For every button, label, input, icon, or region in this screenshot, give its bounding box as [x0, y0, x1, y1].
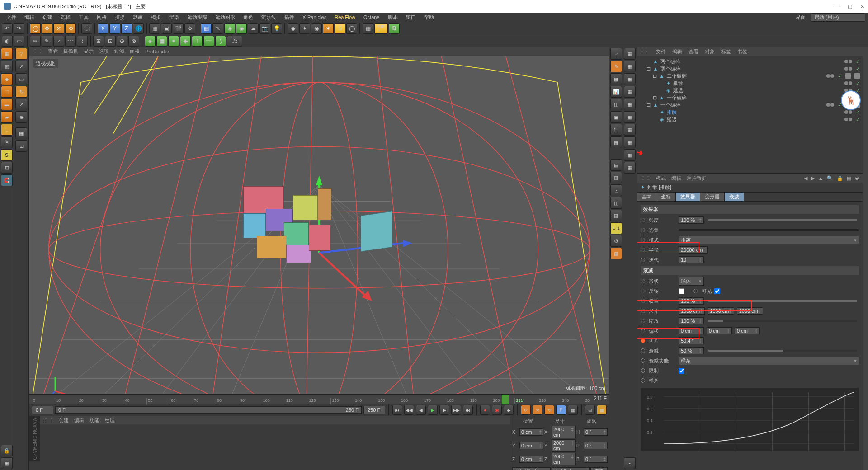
mo-tracer[interactable]: 〰	[203, 36, 214, 47]
chk-visible[interactable]	[714, 288, 720, 294]
vp-menu-prorender[interactable]: ProRender	[145, 49, 169, 54]
coord-sys[interactable]: 🌐	[133, 23, 144, 34]
rt-9[interactable]: ▤	[610, 159, 622, 171]
redo-button[interactable]: ↷	[14, 23, 24, 34]
tab-deformer[interactable]: 变形器	[700, 193, 725, 201]
environment[interactable]: ☁	[248, 23, 259, 34]
enable-check-icon[interactable]: ✓	[856, 59, 860, 65]
attr-new-icon[interactable]: ⊕	[855, 175, 859, 181]
attr-nav-back[interactable]: ◀	[804, 175, 807, 181]
rt2-4[interactable]: ▦	[624, 86, 636, 98]
right-edge-bar[interactable]	[863, 47, 868, 470]
tab-falloff[interactable]: 衰减	[725, 193, 744, 201]
coord-b-rot[interactable]: 0 °‡	[584, 456, 608, 463]
menu-tools[interactable]: 工具	[75, 13, 92, 22]
object-tree[interactable]: ↘ ▲两个破碎✓⊟▲两个破碎✓⊟▲二个破碎✓✦推散✓◈延迟✓⊞▲一个破碎✓⊟▲一…	[637, 56, 863, 174]
visibility-dots[interactable]	[844, 81, 852, 85]
menu-select[interactable]: 选择	[57, 13, 74, 22]
attr-menu-icon[interactable]: ▤	[847, 175, 851, 181]
slider-strength[interactable]	[708, 219, 857, 221]
sel-filter[interactable]: ▦	[1, 457, 13, 469]
visibility-dots[interactable]	[826, 74, 834, 78]
tree-row[interactable]: ⊟▲二个破碎✓	[640, 72, 860, 80]
mat-menu-func[interactable]: 功能	[90, 417, 99, 424]
field-weight[interactable]: 100 %‡	[679, 297, 704, 305]
om-menu-bm[interactable]: 书签	[737, 48, 747, 55]
field-offset-x[interactable]: 0 cm‡	[679, 327, 704, 334]
menu-sim[interactable]: 模拟	[147, 13, 165, 22]
layout-dropdown[interactable]: 启动 (用户)	[811, 13, 865, 22]
menu-script[interactable]: 脚本	[384, 13, 401, 22]
coord-y-pos[interactable]: 0 cm‡	[519, 442, 543, 449]
undo-button[interactable]: ↶	[2, 23, 13, 34]
xp-btn3[interactable]: ◉	[311, 23, 322, 34]
snap1[interactable]: ⊞	[93, 36, 104, 47]
axis-z[interactable]: Z	[121, 23, 132, 34]
field-falloff[interactable]: 50 %‡	[679, 347, 704, 354]
rt2-3[interactable]: ▦	[624, 73, 636, 85]
dd-shape[interactable]: 球体	[679, 277, 704, 286]
enable-check-icon[interactable]: ✓	[856, 109, 860, 115]
mode-model[interactable]: ▦	[1, 48, 13, 60]
coord-z-size[interactable]: 2000 cm‡	[552, 453, 576, 465]
tl-end-field[interactable]: 250 F	[363, 406, 385, 414]
tl-opts1[interactable]: ⊞	[585, 405, 595, 415]
tl-opts2[interactable]: ▦	[597, 405, 607, 415]
rt2-8[interactable]: ▦	[624, 136, 636, 148]
brush3[interactable]: ⟋	[53, 36, 64, 47]
prim-cube[interactable]: ▦	[201, 23, 212, 34]
mo-spline[interactable]: ⟆	[215, 36, 226, 47]
field-size-y[interactable]: 1000 cm‡	[708, 307, 734, 315]
render-pv[interactable]: 🎬	[173, 23, 184, 34]
tree-row[interactable]: ▲两个破碎✓	[640, 58, 860, 65]
hint-2[interactable]: ↗	[15, 61, 27, 72]
tree-row[interactable]: ⊞▲一个破碎✓	[640, 94, 860, 101]
tl-prev-key[interactable]: ◀◀	[404, 405, 414, 415]
slider-falloff[interactable]	[708, 350, 857, 352]
tree-row[interactable]: ◈延迟✓	[640, 116, 860, 123]
coord-x-pos[interactable]: 0 cm‡	[519, 428, 543, 436]
vp-menu-filter[interactable]: 过滤	[114, 48, 124, 55]
tree-expander[interactable]: ⊟	[646, 66, 651, 72]
menu-track[interactable]: 运动跟踪	[184, 13, 211, 22]
mat-menu-tex[interactable]: 纹理	[105, 417, 115, 424]
tl-play[interactable]: ▶	[428, 405, 438, 415]
field-scale[interactable]: 100 %‡	[679, 317, 704, 324]
tab-effector[interactable]: 效果器	[676, 193, 700, 201]
coord-mode-dd[interactable]: 对象 (相对)	[512, 467, 551, 470]
xp-btn1[interactable]: ◆	[288, 23, 298, 34]
render-view[interactable]: ▦	[149, 23, 160, 34]
tl-pos[interactable]: ✥	[521, 405, 531, 415]
rt-12[interactable]: ◫	[610, 197, 622, 209]
hint-6[interactable]: ⊕	[15, 111, 27, 123]
hint-1[interactable]: ?	[15, 48, 27, 60]
scale-tool[interactable]: ⤧	[53, 23, 64, 34]
rt2-5[interactable]: ▦	[624, 99, 636, 110]
field-radius[interactable]: 20000 cm‡	[679, 246, 708, 254]
rt-edit[interactable]: ✎	[610, 61, 622, 72]
mode-poly[interactable]: ▰	[1, 111, 13, 123]
rt-8[interactable]: ▦	[610, 136, 622, 148]
tl-keyframe[interactable]: ◆	[504, 405, 514, 415]
rt-11[interactable]: ⊡	[610, 184, 622, 196]
mat-menu-create[interactable]: 创建	[59, 417, 69, 424]
tl-param[interactable]: P	[556, 405, 566, 415]
tl-autokey[interactable]: ◉	[492, 405, 502, 415]
rt-4[interactable]: 📊	[610, 86, 622, 98]
rt-6[interactable]: ▣	[610, 111, 622, 123]
b-btn[interactable]: B	[389, 23, 400, 34]
rt-gear[interactable]: ⚙	[610, 235, 622, 247]
rt2-7[interactable]: ▦	[624, 124, 636, 136]
field-strength[interactable]: 100 %‡	[679, 216, 704, 224]
move-tool[interactable]: ✥	[42, 23, 52, 34]
attr-menu-ud[interactable]: 用户数据	[687, 175, 707, 182]
menu-edit[interactable]: 编辑	[21, 13, 38, 22]
rt2-9[interactable]: ▦	[624, 149, 636, 161]
maximize-button[interactable]: ▢	[848, 4, 852, 9]
rt2-dot[interactable]: •	[624, 457, 636, 469]
enable-check-icon[interactable]: ✓	[856, 80, 860, 86]
brush5[interactable]: ⌇	[77, 36, 88, 47]
xp-btn2[interactable]: ✦	[299, 23, 310, 34]
render-region[interactable]: ▣	[161, 23, 172, 34]
menu-octane[interactable]: Octane	[360, 14, 383, 21]
